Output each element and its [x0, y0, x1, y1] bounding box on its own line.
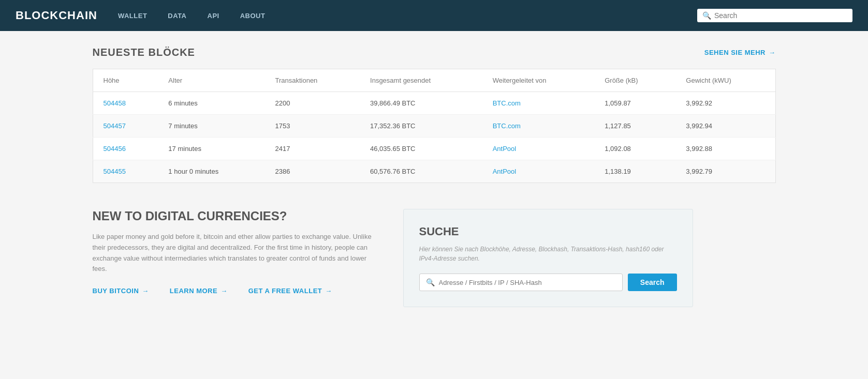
- cell-weight: 3,992.79: [675, 160, 775, 183]
- cell-weight: 3,992.94: [675, 115, 775, 138]
- cell-weight: 3,992.88: [675, 138, 775, 160]
- cell-transactions: 1753: [264, 115, 360, 138]
- cell-total-sent: 39,866.49 BTC: [360, 92, 482, 115]
- bottom-section: NEW TO DIGITAL CURRENCIES? Like paper mo…: [93, 209, 776, 307]
- see-more-link[interactable]: SEHEN SIE MEHR →: [704, 49, 776, 56]
- cell-height: 504457: [93, 115, 158, 138]
- relayed-link[interactable]: BTC.com: [493, 122, 521, 130]
- table-row: 504458 6 minutes 2200 39,866.49 BTC BTC.…: [93, 92, 775, 115]
- cell-relayed-by: BTC.com: [482, 115, 595, 138]
- learn-more-link[interactable]: LEARN MORE →: [170, 287, 228, 295]
- search-button[interactable]: Search: [628, 274, 677, 291]
- learn-more-label: LEARN MORE: [170, 287, 217, 295]
- search-card-title: SUCHE: [419, 225, 677, 238]
- cell-relayed-by: AntPool: [482, 138, 595, 160]
- cell-size: 1,127.85: [594, 115, 675, 138]
- get-wallet-link[interactable]: GET A FREE WALLET →: [248, 287, 332, 295]
- cell-weight: 3,992.92: [675, 92, 775, 115]
- main-content: NEUESTE BLÖCKE SEHEN SIE MEHR → Höhe Alt…: [72, 31, 797, 323]
- table-row: 504456 17 minutes 2417 46,035.65 BTC Ant…: [93, 138, 775, 160]
- see-more-label: SEHEN SIE MEHR: [704, 49, 766, 56]
- table-header: Höhe Alter Transaktionen Insgesamt gesen…: [93, 69, 775, 92]
- col-size: Größe (kB): [594, 69, 675, 92]
- buy-bitcoin-link[interactable]: BUY BITCOIN →: [93, 287, 149, 295]
- cell-size: 1,059.87: [594, 92, 675, 115]
- search-field[interactable]: [439, 279, 616, 286]
- cell-size: 1,138.19: [594, 160, 675, 183]
- cell-total-sent: 17,352.36 BTC: [360, 115, 482, 138]
- blocks-table: Höhe Alter Transaktionen Insgesamt gesen…: [93, 69, 776, 183]
- col-transactions: Transaktionen: [264, 69, 360, 92]
- cell-transactions: 2386: [264, 160, 360, 183]
- height-link[interactable]: 504457: [104, 122, 126, 130]
- cell-age: 1 hour 0 minutes: [158, 160, 264, 183]
- buy-bitcoin-label: BUY BITCOIN: [93, 287, 139, 295]
- navbar-search-box: 🔍: [697, 9, 852, 22]
- search-input-wrap: 🔍: [419, 274, 623, 291]
- height-link[interactable]: 504458: [104, 99, 126, 107]
- cell-size: 1,092.08: [594, 138, 675, 160]
- nav-about[interactable]: ABOUT: [240, 12, 266, 20]
- table-row: 504455 1 hour 0 minutes 2386 60,576.76 B…: [93, 160, 775, 183]
- col-total-sent: Insgesamt gesendet: [360, 69, 482, 92]
- col-height: Höhe: [93, 69, 158, 92]
- navbar-search-input[interactable]: [714, 11, 847, 20]
- cell-total-sent: 60,576.76 BTC: [360, 160, 482, 183]
- cell-age: 7 minutes: [158, 115, 264, 138]
- cell-height: 504456: [93, 138, 158, 160]
- cell-height: 504458: [93, 92, 158, 115]
- relayed-link[interactable]: BTC.com: [493, 99, 521, 107]
- brand-logo: BLOCKCHAIN: [16, 9, 97, 22]
- search-card: SUCHE Hier können Sie nach Blockhöhe, Ad…: [403, 209, 693, 307]
- digital-card: NEW TO DIGITAL CURRENCIES? Like paper mo…: [93, 209, 382, 295]
- search-input-row: 🔍 Search: [419, 274, 677, 291]
- cell-relayed-by: AntPool: [482, 160, 595, 183]
- height-link[interactable]: 504456: [104, 145, 126, 153]
- arrow-icon-buy: →: [142, 287, 149, 295]
- blocks-title: NEUESTE BLÖCKE: [93, 47, 195, 58]
- arrow-icon: →: [769, 49, 776, 56]
- nav-wallet[interactable]: WALLET: [118, 12, 147, 20]
- digital-title: NEW TO DIGITAL CURRENCIES?: [93, 209, 382, 223]
- search-icon-card: 🔍: [426, 278, 435, 286]
- relayed-link[interactable]: AntPool: [493, 145, 517, 153]
- arrow-icon-wallet: →: [325, 287, 332, 295]
- nav-api[interactable]: API: [208, 12, 219, 20]
- arrow-icon-learn: →: [220, 287, 228, 295]
- cell-age: 17 minutes: [158, 138, 264, 160]
- height-link[interactable]: 504455: [104, 168, 126, 175]
- digital-description: Like paper money and gold before it, bit…: [93, 232, 382, 275]
- col-weight: Gewicht (kWU): [675, 69, 775, 92]
- get-wallet-label: GET A FREE WALLET: [248, 287, 322, 295]
- cell-relayed-by: BTC.com: [482, 92, 595, 115]
- nav-data[interactable]: DATA: [168, 12, 186, 20]
- digital-links: BUY BITCOIN → LEARN MORE → GET A FREE WA…: [93, 287, 382, 295]
- cell-transactions: 2200: [264, 92, 360, 115]
- table-body: 504458 6 minutes 2200 39,866.49 BTC BTC.…: [93, 92, 775, 183]
- col-age: Alter: [158, 69, 264, 92]
- cell-transactions: 2417: [264, 138, 360, 160]
- navbar: BLOCKCHAIN WALLET DATA API ABOUT 🔍: [0, 0, 868, 31]
- blocks-header: NEUESTE BLÖCKE SEHEN SIE MEHR →: [93, 47, 776, 58]
- relayed-link[interactable]: AntPool: [493, 168, 517, 175]
- search-card-description: Hier können Sie nach Blockhöhe, Adresse,…: [419, 245, 677, 263]
- table-row: 504457 7 minutes 1753 17,352.36 BTC BTC.…: [93, 115, 775, 138]
- search-icon: 🔍: [702, 11, 711, 20]
- cell-total-sent: 46,035.65 BTC: [360, 138, 482, 160]
- cell-height: 504455: [93, 160, 158, 183]
- col-relayed-by: Weitergeleitet von: [482, 69, 595, 92]
- cell-age: 6 minutes: [158, 92, 264, 115]
- nav-links: WALLET DATA API ABOUT: [118, 12, 697, 20]
